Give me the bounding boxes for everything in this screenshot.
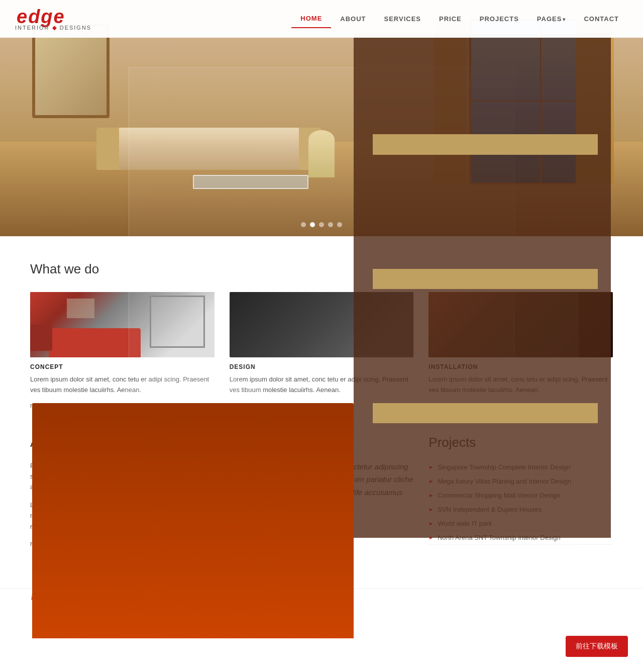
nav-contact[interactable]: CONTACT [575, 10, 628, 28]
services-grid: CONCEPT Lorem ipsum dolor sit amet, conc… [30, 292, 613, 410]
logo-tagline: Interior ◆ Designs [15, 25, 91, 31]
service-installation: INSTALLATION Lorem ipsum dolor sit amet,… [428, 292, 613, 410]
installation-image [428, 292, 613, 357]
logo-name: edge [15, 7, 91, 26]
main-content: What we do CONCEPT Lorem ipsum dolor sit… [0, 236, 643, 588]
nav-home[interactable]: HOME [291, 10, 331, 28]
nav-services[interactable]: SERVICES [375, 10, 431, 28]
nav-projects[interactable]: PROJECTS [471, 10, 528, 28]
nav-about[interactable]: ABOUT [331, 10, 375, 28]
pages-caret-icon: ▾ [563, 17, 566, 22]
navbar: edge Interior ◆ Designs HOME ABOUT SERVI… [0, 0, 643, 38]
nav-price[interactable]: PRICE [430, 10, 471, 28]
nav-pages[interactable]: PAGES▾ [528, 10, 575, 28]
main-nav: HOME ABOUT SERVICES PRICE PROJECTS PAGES… [291, 10, 628, 28]
logo[interactable]: edge Interior ◆ Designs [15, 7, 91, 31]
